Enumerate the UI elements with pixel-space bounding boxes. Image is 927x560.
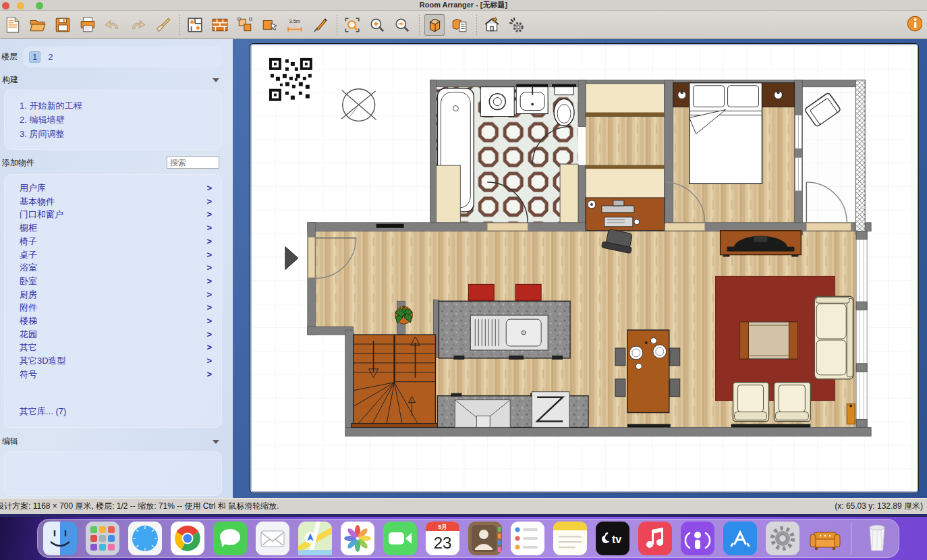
dock-notes-icon[interactable] xyxy=(553,522,587,555)
format-brush-button[interactable] xyxy=(152,14,173,36)
kitchen-island[interactable] xyxy=(439,301,570,360)
dock-maps-icon[interactable] xyxy=(298,522,332,555)
category-item[interactable]: 门口和窗户> xyxy=(5,208,221,221)
wall-shelf[interactable] xyxy=(376,224,404,228)
view-3d-button[interactable] xyxy=(424,14,445,36)
nightstand-right[interactable] xyxy=(762,83,794,107)
bar-stool-2[interactable] xyxy=(515,284,541,300)
dock-finder-icon[interactable] xyxy=(43,522,77,555)
armchair-1[interactable] xyxy=(733,383,769,422)
print-button[interactable] xyxy=(78,14,98,36)
measure-button[interactable]: 3.5m xyxy=(285,14,305,36)
wardrobe-middle[interactable] xyxy=(586,165,665,201)
dining-chair[interactable] xyxy=(670,379,680,397)
dock-room-arranger-icon[interactable] xyxy=(808,522,842,555)
dock-messages-icon[interactable] xyxy=(213,522,247,555)
edit-walls-button[interactable] xyxy=(210,14,230,36)
canvas[interactable] xyxy=(250,44,918,493)
dock-safari-icon[interactable] xyxy=(128,522,162,555)
category-item[interactable]: 椅子> xyxy=(5,235,221,248)
sofa[interactable] xyxy=(814,296,853,379)
kitchen-counter[interactable] xyxy=(437,392,588,428)
floor-tab-2[interactable]: 2 xyxy=(45,52,55,62)
dock-reminders-icon[interactable] xyxy=(511,522,544,555)
dock-apple-tv-icon[interactable]: tv xyxy=(596,522,629,555)
coffee-table[interactable] xyxy=(740,322,798,359)
save-button[interactable] xyxy=(53,14,73,36)
bar-stool-1[interactable] xyxy=(468,284,494,300)
move-object-button[interactable] xyxy=(260,14,280,36)
dock-podcasts-icon[interactable] xyxy=(681,522,714,555)
category-item[interactable]: 浴室> xyxy=(5,261,221,275)
render-settings-button[interactable] xyxy=(507,14,527,36)
category-item[interactable]: 桌子> xyxy=(5,248,221,262)
dock-app-store-icon[interactable] xyxy=(723,522,757,555)
zoom-selection-button[interactable] xyxy=(342,14,362,36)
minimize-button[interactable] xyxy=(17,2,24,9)
category-item[interactable]: 用户库> xyxy=(5,181,221,195)
edit-rooms-button[interactable] xyxy=(185,14,205,36)
category-item[interactable]: 符号> xyxy=(5,368,221,381)
bathroom-cabinet-right[interactable] xyxy=(560,164,578,223)
floor-tab-1[interactable]: 1 xyxy=(30,52,40,62)
stairs[interactable] xyxy=(352,335,438,427)
draw-button[interactable] xyxy=(310,14,330,36)
zoom-in-button[interactable] xyxy=(367,14,387,36)
dock-mail-icon[interactable] xyxy=(256,522,289,555)
build-step-link[interactable]: 1. 开始新的工程 xyxy=(20,99,221,113)
new-document-button[interactable] xyxy=(3,14,23,36)
category-item[interactable]: 花园> xyxy=(5,328,221,341)
chevron-right-icon: > xyxy=(206,208,212,221)
build-step-link[interactable]: 2. 编辑墙壁 xyxy=(20,113,221,127)
object-list-button[interactable] xyxy=(449,14,470,36)
bathroom-sink[interactable] xyxy=(516,84,548,114)
zoom-button[interactable] xyxy=(36,2,43,9)
close-button[interactable] xyxy=(2,2,9,9)
category-item[interactable]: 其它> xyxy=(5,341,221,354)
dock-facetime-icon[interactable] xyxy=(383,522,417,555)
dock-calendar-icon[interactable]: 5月23 xyxy=(426,522,459,555)
category-item[interactable]: 基本物件> xyxy=(5,195,221,208)
dock-chrome-icon[interactable] xyxy=(171,522,204,555)
washing-machine[interactable] xyxy=(480,87,514,117)
category-label: 橱柜 xyxy=(20,221,37,235)
build-step-link[interactable]: 3. 房间调整 xyxy=(20,127,221,141)
open-file-button[interactable] xyxy=(28,14,48,36)
dock-launchpad-icon[interactable] xyxy=(86,522,119,555)
bed[interactable] xyxy=(690,83,762,184)
category-item[interactable]: 橱柜> xyxy=(5,221,221,235)
wardrobe-top[interactable] xyxy=(586,84,665,117)
dock-photos-icon[interactable] xyxy=(341,522,374,555)
potted-plant[interactable] xyxy=(395,306,413,324)
dining-table[interactable] xyxy=(627,330,669,412)
dock-contacts-icon[interactable] xyxy=(468,522,502,555)
info-button[interactable] xyxy=(905,15,922,32)
category-item[interactable]: 厨房> xyxy=(5,288,221,302)
select-objects-button[interactable] xyxy=(235,14,255,36)
category-item[interactable]: 其它3D造型> xyxy=(5,354,221,368)
undo-button[interactable] xyxy=(103,14,123,36)
redo-button[interactable] xyxy=(128,14,148,36)
walk-through-button[interactable] xyxy=(482,14,502,36)
nightstand-left[interactable] xyxy=(673,83,691,107)
category-item[interactable]: 卧室> xyxy=(5,275,221,288)
dining-chair[interactable] xyxy=(615,348,625,366)
dock-system-settings-icon[interactable] xyxy=(766,522,799,555)
dock-music-icon[interactable] xyxy=(638,522,672,555)
bathroom-cabinet-left[interactable] xyxy=(436,165,460,223)
zoom-out-button[interactable] xyxy=(392,14,412,36)
radiator[interactable] xyxy=(847,404,855,424)
search-input[interactable] xyxy=(167,157,219,169)
desk[interactable] xyxy=(586,198,665,231)
category-item[interactable]: 附件> xyxy=(5,301,221,314)
armchair-2[interactable] xyxy=(774,383,810,422)
dining-chair[interactable] xyxy=(670,348,680,366)
toilet[interactable] xyxy=(552,84,576,126)
collapse-edit-icon[interactable] xyxy=(213,440,219,444)
category-item[interactable]: 楼梯> xyxy=(5,314,221,328)
dining-chair[interactable] xyxy=(615,379,625,397)
dock-trash-icon[interactable] xyxy=(860,522,894,555)
more-libraries-link[interactable]: 其它库... (7) xyxy=(20,405,66,418)
collapse-build-icon[interactable] xyxy=(213,78,219,82)
tv-cabinet[interactable] xyxy=(721,231,802,257)
